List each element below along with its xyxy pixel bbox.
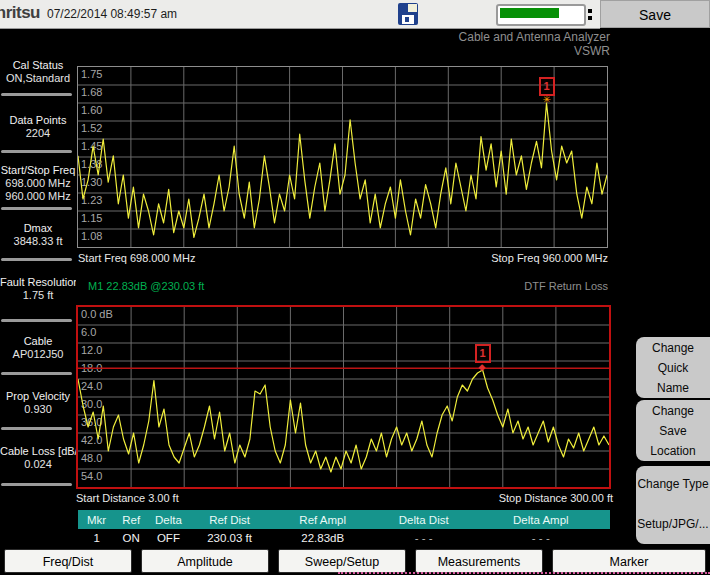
settings-sidebar: Cal StatusON,StandardData Points2204Star… [0,54,76,554]
softkey-label: Location [636,441,710,461]
sidebar-section-value: 0.024 [0,458,76,471]
marker-table-cell: - - - [472,532,610,544]
marker-1-tip-icon: ✳ [543,95,551,105]
menu-button-measurements[interactable]: Measurements [415,549,543,573]
sidebar-divider [1,150,72,153]
marker-readout: M1 22.83dB @230.03 ft [78,280,204,292]
sidebar-section-fault-resolution: Fault Resolution1.75 ft [0,275,76,302]
battery-terminal [588,9,592,13]
softkey-label: Save [636,421,710,441]
softkey-change-type-setup-jpg-[interactable]: Change TypeSetup/JPG/... [636,466,710,544]
active-menu-indicator [338,572,710,574]
dtf-header-row: M1 22.83dB @230.03 ft DTF Return Loss [78,280,608,292]
marker-table-header-cell: Ref Dist [190,514,270,526]
sidebar-divider [1,93,72,96]
app-title: Cable and Antenna Analyzer [0,30,610,44]
marker-table-header-cell: Ref [115,514,147,526]
sidebar-divider [1,372,72,375]
marker-table: MkrRefDeltaRef DistRef AmplDelta DistDel… [78,510,610,546]
sidebar-section-value: 2204 [0,127,76,140]
sidebar-section-cal-status: Cal StatusON,Standard [0,58,76,85]
measurement-mode-label: VSWR [0,44,610,58]
sidebar-section-title: Dmax [0,221,76,235]
start-freq-label: Start Freq 698.000 MHz [78,252,195,264]
softkey-label: Setup/JPG/... [636,514,710,534]
sidebar-divider [1,258,72,261]
marker-table-cell: 22.83dB [269,532,375,544]
sidebar-section-title: Cal Status [0,58,76,72]
sidebar-section-value: 1.75 ft [0,289,76,302]
datetime-label: 07/22/2014 08:49:57 am [47,7,177,21]
sidebar-section-value: 698.000 MHz [0,177,76,190]
sidebar-section-prop-velocity: Prop Velocity0.930 [0,389,76,416]
stop-freq-label: Stop Freq 960.000 MHz [491,252,608,264]
softkey-label: Change Type [636,474,710,494]
sidebar-section-value: 0.930 [0,403,76,416]
softkey-label: Name [636,378,710,398]
vswr-chart: 1.751.681.601.521.451.381.301.231.151.08… [77,66,608,248]
softkey-label: Quick [636,358,710,378]
sidebar-divider [1,427,72,430]
anritsu-logo: Anritsu [0,3,40,23]
floppy-save-icon [398,3,418,25]
dtf-plot [78,307,609,487]
sidebar-section-cable-loss-db-ft-: Cable Loss [dB/ft]0.024 [0,444,76,471]
dtf-axis-row: Start Distance 3.00 ft Stop Distance 300… [76,492,613,504]
vswr-axis-row: Start Freq 698.000 MHz Stop Freq 960.000… [78,252,608,264]
softkey-label: Change [636,338,710,358]
menu-button-marker[interactable]: Marker [552,549,706,573]
marker-table-header-cell: Delta Ampl [472,514,610,526]
sidebar-section-data-points: Data Points2204 [0,113,76,140]
battery-level [500,8,559,18]
marker-table-cell: - - - [376,532,472,544]
stop-distance-label: Stop Distance 300.00 ft [499,492,613,504]
sidebar-section-value: 3848.33 ft [0,235,76,248]
marker-table-cell: 230.03 ft [190,532,270,544]
menu-button-amplitude[interactable]: Amplitude [141,549,269,573]
sidebar-divider [1,483,72,486]
vswr-plot [78,67,607,247]
marker-table-header: MkrRefDeltaRef DistRef AmplDelta DistDel… [78,510,610,529]
title-bar: Anritsu 07/22/2014 08:49:57 am [0,0,600,29]
marker-table-cell: OFF [147,532,190,544]
menu-button-sweep-setup[interactable]: Sweep/Setup [278,549,406,573]
marker-table-row: 1ONOFF230.03 ft22.83dB- - -- - - [78,529,610,546]
softkey-label: Change [636,401,710,421]
marker-table-header-cell: Delta [147,514,190,526]
marker-table-cell: 1 [78,532,115,544]
softkey-change-save-location[interactable]: ChangeSaveLocation [636,400,710,461]
marker-1-tip-icon: ◆ [479,362,486,372]
sidebar-section-start-stop-freq: Start/Stop Freq698.000 MHz960.000 MHz [0,163,76,203]
marker-table-header-cell: Delta Dist [376,514,472,526]
sidebar-divider [1,319,72,322]
sidebar-section-title: Fault Resolution [0,275,76,289]
save-button[interactable]: Save [600,0,710,28]
marker-table-header-cell: Mkr [78,514,115,526]
dtf-title: DTF Return Loss [524,280,608,292]
sidebar-section-title: Start/Stop Freq [0,163,76,177]
softkey-change-quick-name[interactable]: ChangeQuickName [636,337,710,398]
marker-table-cell: ON [115,532,147,544]
sidebar-section-cable: CableAP012J50 [0,334,76,361]
sidebar-section-title: Cable [0,334,76,348]
dtf-return-loss-chart: 0.0 dB6.012.018.024.030.036.042.048.054.… [76,305,611,489]
sidebar-section-value: AP012J50 [0,348,76,361]
analyzer-screen: Anritsu 07/22/2014 08:49:57 am Save Cabl… [0,0,710,575]
sidebar-section-value: ON,Standard [0,72,76,85]
sidebar-section-title: Cable Loss [dB/ft] [0,444,76,458]
sidebar-section-dmax: Dmax3848.33 ft [0,221,76,248]
sidebar-divider [1,207,72,210]
start-distance-label: Start Distance 3.00 ft [76,492,179,504]
battery-icon [496,4,586,26]
marker-table-header-cell: Ref Ampl [269,514,375,526]
sidebar-section-title: Data Points [0,113,76,127]
sidebar-section-title: Prop Velocity [0,389,76,403]
menu-button-freq-dist[interactable]: Freq/Dist [4,549,132,573]
sidebar-section-value: 960.000 MHz [0,190,76,203]
marker-1-box: 1 [475,344,491,363]
